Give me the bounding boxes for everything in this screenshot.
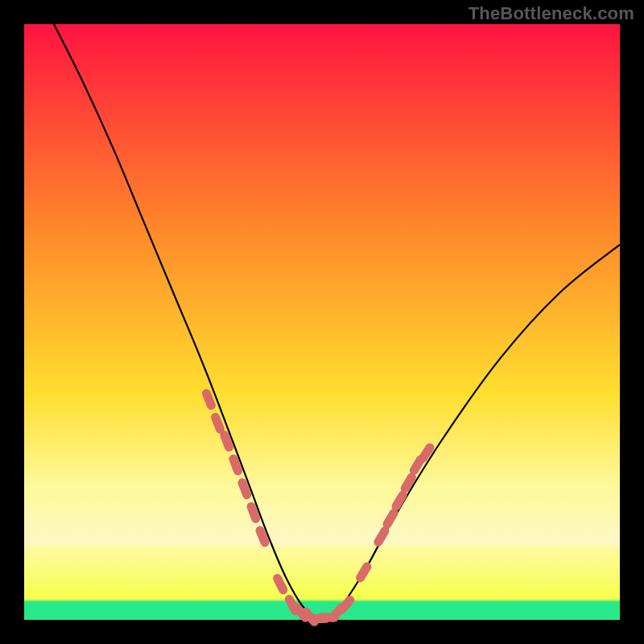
curve-marker [206,394,211,406]
curve-marker [242,483,247,495]
curve-marker [378,531,385,543]
curve-marker [225,436,229,448]
curve-marker [423,448,430,458]
chart-svg [0,0,644,644]
curve-marker [396,495,402,506]
chart-frame: { "watermark": "TheBottleneck.com", "col… [0,0,644,644]
watermark-text: TheBottleneck.com [469,3,634,24]
curve-marker [405,477,411,489]
curve-marker [216,417,221,429]
curve-marker [278,578,283,589]
curve-marker [251,506,256,518]
curve-marker [361,567,367,578]
curve-marker [260,530,265,543]
curve-marker [233,459,238,471]
curve-marker [387,513,394,524]
